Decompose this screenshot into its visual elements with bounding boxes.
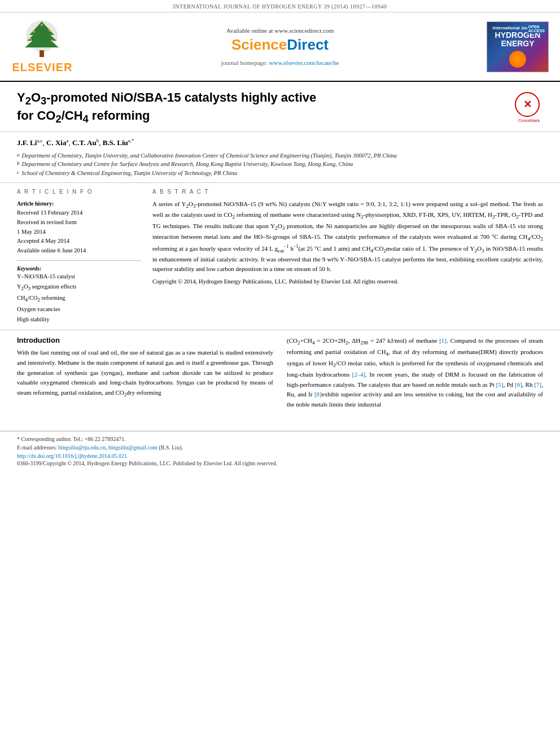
corresponding-label: * Corresponding author. Tel.: +86 22 278… xyxy=(17,436,126,442)
affil-a: a Department of Chemistry, Tianjin Unive… xyxy=(17,151,543,160)
title-text-block: Y2O3-promoted NiO/SBA-15 catalysts highl… xyxy=(17,90,509,126)
crossmark-badge[interactable]: ✕ CrossMark xyxy=(515,92,543,120)
article-info-label: A R T I C L E I N F O xyxy=(17,189,141,195)
kw-4: Oxygen vacancies xyxy=(17,304,141,314)
ref-6[interactable]: [6] xyxy=(515,381,522,388)
body-two-columns: Introduction With the fast running out o… xyxy=(17,336,543,414)
journal-header: ELSEVIER Available online at www.science… xyxy=(0,12,560,82)
affil-c: c School of Chemistry & Chemical Enginee… xyxy=(17,169,543,178)
journal-homepage-link[interactable]: journal homepage: www.elsevier.com/locat… xyxy=(221,59,339,66)
footer-copyright: 0360-3199/Copyright © 2014, Hydrogen Ene… xyxy=(17,460,543,466)
homepage-label: journal homepage: xyxy=(221,59,269,66)
affil-b-text: Department of Chemistry and Centre for S… xyxy=(22,160,353,169)
svg-point-6 xyxy=(49,29,51,32)
kw-5: High stability xyxy=(17,314,141,325)
keywords-label: Keywords: xyxy=(17,265,141,272)
crossmark-symbol: ✕ xyxy=(523,98,532,111)
authors-line: J.F. Lia,c, C. Xiaa, C.T. Aub, B.S. Liua… xyxy=(17,138,543,147)
intro-para-1: With the fast running out of coal and oi… xyxy=(17,348,273,399)
journal-cover-image: International Journal of HYDROGENENERGY … xyxy=(487,21,549,72)
author-jfli-sup: a,c xyxy=(37,138,42,143)
sciencedirect-logo: ScienceDirect xyxy=(231,36,329,54)
author-xia: C. Xia xyxy=(46,139,66,147)
article-history: Article history: Received 13 February 20… xyxy=(17,199,141,256)
ref-1[interactable]: [1] xyxy=(439,337,447,344)
info-abstract-columns: A R T I C L E I N F O Article history: R… xyxy=(0,183,560,330)
svg-point-9 xyxy=(41,24,43,26)
info-divider xyxy=(17,260,141,261)
history-label: Article history: xyxy=(17,199,141,208)
svg-point-5 xyxy=(33,30,35,33)
author-xia-sup: a xyxy=(66,138,68,143)
abstract-text: A series of Y2O3-promoted NiO/SBA-15 (9 … xyxy=(152,199,543,286)
page-footer: * Corresponding author. Tel.: +86 22 278… xyxy=(0,431,560,470)
affil-c-text: School of Chemistry & Chemical Engineeri… xyxy=(21,169,237,178)
ref-2-4[interactable]: [2–4] xyxy=(352,371,365,378)
journal-cover-block: International Journal of HYDROGENENERGY … xyxy=(481,17,554,76)
author-au-sup: b xyxy=(97,138,99,143)
affil-b: b Department of Chemistry and Centre for… xyxy=(17,160,543,169)
keywords-section: Keywords: Y–NiO/SBA-15 catalyst Y2O3 seg… xyxy=(17,265,141,324)
intro-para-2: (CO2+CH4 = 2CO+2H2, ΔH298 = 247 kJ/mol) … xyxy=(287,336,543,409)
elsevier-logo: ELSEVIER xyxy=(12,19,73,74)
article-info-col: A R T I C L E I N F O Article history: R… xyxy=(17,189,141,324)
science-text: Science xyxy=(231,36,287,53)
ref-8[interactable]: [8] xyxy=(314,391,322,397)
email-link-2[interactable]: bingsiliu@gmail.com xyxy=(108,444,158,451)
available-online-date: Available online 6 June 2014 xyxy=(17,246,141,256)
kw-2: Y2O3 segregation effects xyxy=(17,282,141,293)
abstract-col: A B S T R A C T A series of Y2O3-promote… xyxy=(152,189,543,324)
ref-7[interactable]: [7] xyxy=(534,381,541,388)
page: INTERNATIONAL JOURNAL OF HYDROGEN ENERGY… xyxy=(0,0,560,747)
kw-1: Y–NiO/SBA-15 catalyst xyxy=(17,272,141,282)
doi-link[interactable]: http://dx.doi.org/10.1016/j.ijhydene.201… xyxy=(17,453,543,459)
elsevier-wordmark: ELSEVIER xyxy=(12,61,73,74)
cover-journal-big-text: HYDROGENENERGY xyxy=(495,31,541,49)
author-au: C.T. Au xyxy=(72,139,97,147)
author-liu-sup: a,* xyxy=(128,138,134,143)
email-note: E-mail addresses: bingsiliu@tju.edu.cn, … xyxy=(17,443,543,452)
corresponding-author-note: * Corresponding author. Tel.: +86 22 278… xyxy=(17,435,543,443)
abstract-label: A B S T R A C T xyxy=(152,189,543,195)
svg-point-8 xyxy=(51,40,53,42)
homepage-url[interactable]: www.elsevier.com/locate/he xyxy=(269,59,339,66)
author-jfli: J.F. Li xyxy=(17,139,37,147)
abstract-copyright: Copyright © 2014, Hydrogen Energy Public… xyxy=(152,277,543,286)
svg-point-7 xyxy=(29,38,32,40)
body-left-col: Introduction With the fast running out o… xyxy=(17,336,273,414)
introduction-heading: Introduction xyxy=(17,336,273,344)
direct-text: Direct xyxy=(287,36,329,53)
article-title-section: Y2O3-promoted NiO/SBA-15 catalysts highl… xyxy=(0,82,560,132)
elsevier-tree-icon xyxy=(17,19,68,59)
affil-a-sup: a xyxy=(17,151,20,160)
revised-date: Received in revised form1 May 2014 xyxy=(17,218,141,237)
accepted-date: Accepted 4 May 2014 xyxy=(17,237,141,246)
affil-b-sup: b xyxy=(17,160,20,169)
elsevier-logo-block: ELSEVIER xyxy=(6,17,79,76)
ref-5[interactable]: [5] xyxy=(496,381,504,388)
email-link-1[interactable]: bingsiliu@tju.edu.cn xyxy=(58,444,106,451)
article-title: Y2O3-promoted NiO/SBA-15 catalysts highl… xyxy=(17,90,509,126)
journal-center-header: Available online at www.sciencedirect.co… xyxy=(84,17,476,76)
crossmark-circle: ✕ xyxy=(515,92,540,117)
body-content: Introduction With the fast running out o… xyxy=(0,330,560,414)
available-online-text: Available online at www.sciencedirect.co… xyxy=(226,27,334,34)
authors-section: J.F. Lia,c, C. Xiaa, C.T. Aub, B.S. Liua… xyxy=(0,132,560,183)
affiliations-block: a Department of Chemistry, Tianjin Unive… xyxy=(17,151,543,178)
journal-info-text: INTERNATIONAL JOURNAL OF HYDROGEN ENERGY… xyxy=(173,3,387,10)
cover-badge: OPENACCESS xyxy=(527,24,546,33)
affil-c-sup: c xyxy=(17,169,19,178)
received-date: Received 13 February 2014 xyxy=(17,208,141,218)
body-right-col: (CO2+CH4 = 2CO+2H2, ΔH298 = 247 kJ/mol) … xyxy=(287,336,543,414)
affil-a-text: Department of Chemistry, Tianjin Univers… xyxy=(22,151,397,160)
journal-header-bar: INTERNATIONAL JOURNAL OF HYDROGEN ENERGY… xyxy=(0,0,560,12)
cover-decoration xyxy=(509,51,526,68)
kw-3: CH4/CO2 reforming xyxy=(17,293,141,304)
doi-url[interactable]: http://dx.doi.org/10.1016/j.ijhydene.201… xyxy=(17,453,127,459)
crossmark-label: CrossMark xyxy=(515,118,543,123)
author-liu: B.S. Liu xyxy=(103,139,128,147)
